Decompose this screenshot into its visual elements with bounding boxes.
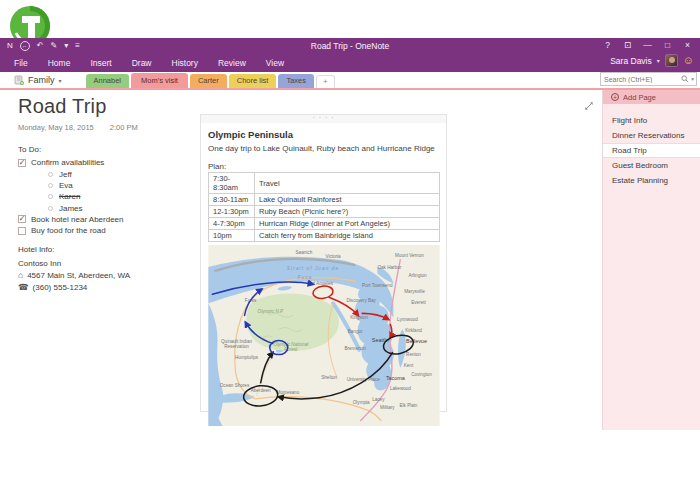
map-label-montesano: Montesano: [276, 390, 299, 395]
close-button[interactable]: ×: [679, 40, 696, 50]
note-subtitle[interactable]: One day trip to Lake Quinault, Ruby beac…: [208, 144, 439, 153]
todo-item[interactable]: Buy food for the road: [18, 225, 124, 237]
section-tabs: AnnabelMom's visitCarterChore listTaxes: [86, 73, 315, 88]
search-scope-dropdown-icon[interactable]: ▾: [691, 76, 696, 82]
map-label-kingston: Kingston: [350, 315, 368, 320]
map-label-reservation: Reservation: [224, 344, 249, 349]
full-page-view-button[interactable]: [584, 97, 594, 107]
hotel-heading[interactable]: Hotel Info:: [18, 245, 130, 254]
address-icon: ⌂: [18, 270, 23, 280]
list-item[interactable]: Karen: [18, 191, 124, 202]
note-container-handle[interactable]: · · · ·: [201, 115, 446, 123]
map-park: [246, 293, 338, 351]
page-canvas[interactable]: Road Trip Monday, May 18, 2015 2:00 PM T…: [0, 90, 602, 430]
notebook-dropdown[interactable]: Family ▾: [0, 75, 72, 88]
page-title[interactable]: Road Trip: [18, 95, 138, 118]
map-label-port-angeles: Port Angeles: [307, 281, 334, 286]
ribbon-tab-draw[interactable]: Draw: [122, 56, 162, 70]
new-section-button[interactable]: +: [316, 75, 335, 88]
note-title[interactable]: Olympic Peninsula: [208, 129, 439, 140]
section-tab-carter[interactable]: Carter: [190, 74, 227, 88]
map-park-texture: [263, 313, 303, 337]
todo-item[interactable]: ✓Confirm availabilities: [18, 157, 124, 169]
plan-time-cell[interactable]: 8:30-11am: [209, 194, 255, 206]
checkbox[interactable]: ✓: [18, 215, 26, 223]
signed-in-user[interactable]: Sara Davis: [610, 56, 652, 66]
hotel-info-block[interactable]: Hotel Info: Contoso Inn ⌂ 4567 Main St, …: [18, 245, 130, 293]
search-input[interactable]: [601, 76, 679, 83]
ribbon-display-options-button[interactable]: ⊡: [619, 40, 636, 50]
section-tab-taxes[interactable]: Taxes: [278, 74, 314, 88]
map-label-tacoma: Tacoma: [386, 375, 406, 381]
todo-block[interactable]: To Do: ✓Confirm availabilities JeffEvaKa…: [18, 145, 124, 237]
todo-heading[interactable]: To Do:: [18, 145, 124, 154]
back-icon[interactable]: ←: [20, 41, 30, 51]
map-label-kent: Kent: [404, 363, 414, 368]
plan-activity-cell[interactable]: Travel: [255, 173, 440, 194]
todo-list: ✓Confirm availabilities: [18, 157, 124, 169]
ribbon-tab-history[interactable]: History: [162, 56, 208, 70]
hotel-address[interactable]: 4567 Main St, Aberdeen, WA: [27, 271, 130, 280]
todo-item-label: Book hotel near Aberdeen: [31, 215, 124, 224]
hotel-name[interactable]: Contoso Inn: [18, 257, 130, 269]
section-tab-chore-list[interactable]: Chore list: [229, 74, 277, 88]
todo-item[interactable]: ✓Book hotel near Aberdeen: [18, 214, 124, 226]
map-label-everett: Everett: [411, 300, 426, 305]
checkbox[interactable]: [18, 227, 26, 235]
plan-time-cell[interactable]: 12-1:30pm: [209, 206, 255, 218]
help-button[interactable]: ?: [599, 40, 616, 50]
add-page-button[interactable]: + Add Page: [603, 90, 700, 104]
page-list-item-flight-info[interactable]: Flight Info: [603, 113, 700, 128]
plan-label[interactable]: Plan:: [208, 162, 439, 171]
touch-mode-icon[interactable]: ✎: [50, 41, 57, 51]
send-a-smile-icon[interactable]: ☺: [683, 55, 694, 66]
name-label: Karen: [59, 192, 80, 201]
list-item[interactable]: Eva: [18, 180, 124, 191]
note-container[interactable]: · · · · Olympic Peninsula One day trip t…: [200, 114, 447, 412]
user-avatar[interactable]: [665, 54, 678, 67]
page-list-item-estate-planning[interactable]: Estate Planning: [603, 173, 700, 188]
plan-table[interactable]: 7:30-8:30amTravel8:30-11amLake Quinault …: [208, 172, 440, 242]
plan-time-cell[interactable]: 7:30-8:30am: [209, 173, 255, 194]
qat-dropdown-icon[interactable]: ▾: [64, 41, 68, 51]
onenote-window: N←↶✎▾≡ Road Trip - OneNote ?⊡—□× FileHom…: [0, 38, 700, 430]
map-label-mount-vernon: Mount Vernon: [395, 253, 424, 258]
plan-activity-cell[interactable]: Lake Quinault Rainforest: [255, 194, 440, 206]
undo-icon[interactable]: ↶: [37, 41, 44, 51]
map-label-covington: Covington: [411, 372, 432, 377]
ribbon-tab-view[interactable]: View: [256, 56, 294, 70]
ribbon-tab-review[interactable]: Review: [208, 56, 256, 70]
add-page-label: Add Page: [623, 93, 656, 102]
ribbon-tab-file[interactable]: File: [4, 56, 38, 70]
minimize-button[interactable]: —: [639, 40, 656, 50]
window-title: Road Trip - OneNote: [0, 41, 700, 51]
plan-activity-cell[interactable]: Catch ferry from Bainbridge Island: [255, 230, 440, 242]
ribbon-tab-insert[interactable]: Insert: [80, 56, 121, 70]
hotel-phone[interactable]: (360) 555-1234: [33, 283, 88, 292]
page-list-item-dinner-reservations[interactable]: Dinner Reservations: [603, 128, 700, 143]
page-list-item-guest-bedroom[interactable]: Guest Bedroom: [603, 158, 700, 173]
map-label-seattle: Seattle: [372, 337, 389, 343]
onenote-icon[interactable]: N: [7, 41, 13, 51]
section-tab-annabel[interactable]: Annabel: [86, 74, 130, 88]
plan-activity-cell[interactable]: Ruby Beach (Picnic here?): [255, 206, 440, 218]
list-item[interactable]: James: [18, 202, 124, 213]
maximize-button[interactable]: □: [659, 40, 676, 50]
section-tab-mom-s-visit[interactable]: Mom's visit: [131, 73, 188, 88]
map-label-lacey: Lacey: [372, 397, 385, 402]
page-date: Monday, May 18, 2015: [18, 123, 94, 132]
plan-activity-cell[interactable]: Hurrican Ridge (dinner at Port Angeles): [255, 218, 440, 230]
notebook-name: Family: [28, 75, 55, 85]
list-item[interactable]: Jeff: [18, 169, 124, 180]
page-timestamp: Monday, May 18, 2015 2:00 PM: [18, 123, 138, 132]
map-image[interactable]: SaanichVictoriaMount VernonOak HarborArl…: [208, 245, 440, 426]
map-label-bremerton: Bremerton: [344, 346, 366, 351]
checkbox[interactable]: ✓: [18, 159, 26, 167]
page-list-item-road-trip[interactable]: Road Trip: [603, 143, 700, 158]
plan-time-cell[interactable]: 10pm: [209, 230, 255, 242]
user-dropdown-icon[interactable]: ▾: [657, 57, 660, 64]
search-icon[interactable]: [679, 75, 691, 83]
ribbon-tab-home[interactable]: Home: [38, 56, 81, 70]
customize-qat-icon[interactable]: ≡: [75, 41, 80, 51]
plan-time-cell[interactable]: 4-7:30pm: [209, 218, 255, 230]
